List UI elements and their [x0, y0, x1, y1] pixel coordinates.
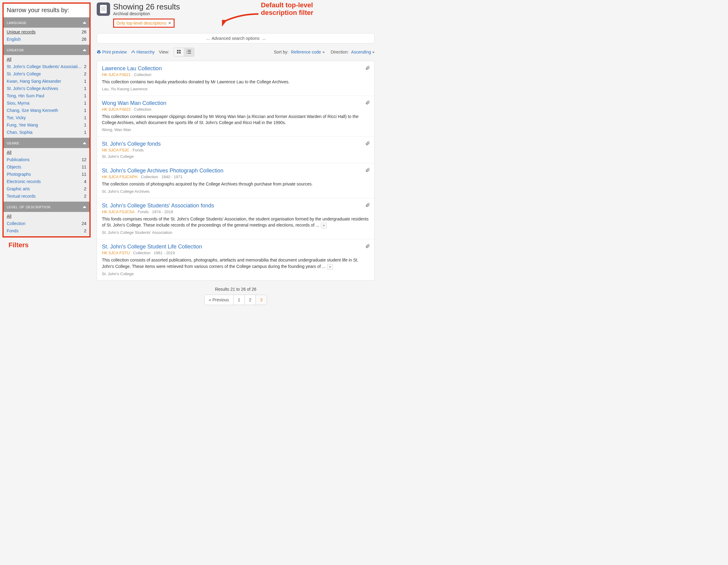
- facet-item-link[interactable]: Collection: [7, 221, 25, 226]
- result-description: The collection consists of photographs a…: [102, 181, 369, 187]
- result-item: St. John's College Student Life Collecti…: [97, 239, 374, 280]
- facet-item-link[interactable]: All: [7, 214, 12, 219]
- direction-dropdown[interactable]: Ascending: [351, 50, 375, 54]
- facet-item-link[interactable]: Textual records: [7, 194, 36, 199]
- facet-item-link[interactable]: Chan, Sophia: [7, 130, 33, 135]
- result-creator: Wong, Wan Man: [102, 127, 369, 132]
- list-icon: [187, 50, 191, 54]
- facet-item-link[interactable]: Tse, Vicky: [7, 115, 26, 120]
- chevron-down-icon: [372, 52, 375, 53]
- clipboard-icon[interactable]: [365, 65, 370, 71]
- facet-item: Chan, Sophia1: [4, 129, 89, 136]
- result-meta: HK SJCA FSJC · Fonds: [102, 148, 369, 152]
- svg-rect-0: [133, 50, 133, 51]
- grid-icon: [177, 50, 181, 54]
- facet-header-genre[interactable]: genre: [4, 138, 89, 148]
- facet-header-language[interactable]: language: [4, 17, 89, 28]
- view-label: View:: [159, 50, 169, 54]
- result-creator: St. John's College Students' Association: [102, 230, 369, 235]
- facet-item-link[interactable]: Graphic arts: [7, 186, 30, 191]
- view-grid-button[interactable]: [174, 48, 184, 56]
- facet-item-count: 2: [84, 186, 86, 191]
- facet-item-link[interactable]: Fonds: [7, 228, 19, 233]
- pager: « Previous123: [204, 295, 267, 305]
- facet-header-label: language: [7, 20, 26, 25]
- facet-item-link[interactable]: St. John's College Students' Associati..…: [7, 64, 81, 69]
- facet-item-count: 1: [84, 93, 86, 98]
- facet-item: Graphic arts2: [4, 185, 89, 192]
- result-title-link[interactable]: St. John's College Archives Photograph C…: [102, 168, 369, 174]
- chevron-up-icon: [83, 49, 86, 51]
- facet-header-level[interactable]: level of description: [4, 202, 89, 212]
- filters-sidebar: Narrow your results by: languageUnique r…: [2, 2, 91, 237]
- facet-item-link[interactable]: Objects: [7, 165, 21, 169]
- facet-item-count: 26: [81, 37, 86, 42]
- pager-summary: Results 21 to 26 of 26: [97, 287, 375, 292]
- facet-item-link[interactable]: Fung, Yee Wang: [7, 123, 38, 127]
- pager-page-button[interactable]: 2: [245, 295, 256, 305]
- pager-page-button[interactable]: 3: [256, 295, 267, 305]
- facet-item-link[interactable]: Chang, Sze Wang Kenneth: [7, 108, 58, 113]
- hierarchy-icon: [131, 50, 135, 54]
- facet-item-link[interactable]: English: [7, 37, 21, 42]
- result-meta: HK SJCA FSTU · Collection · 1961 - 2019: [102, 251, 369, 255]
- annotation-callout: Default top-level description filter: [261, 1, 313, 17]
- pager-page-button[interactable]: 1: [234, 295, 245, 305]
- facet-item: Electronic records4: [4, 178, 89, 185]
- facet-header-creator[interactable]: creator: [4, 45, 89, 55]
- facet-item: St. John's College Students' Associati..…: [4, 63, 89, 70]
- advanced-search-toggle[interactable]: ⌄⌄ Advanced search options ⌄⌄: [97, 33, 375, 43]
- facet-item: Siou, Myrna1: [4, 99, 89, 107]
- facet-item-link[interactable]: Siou, Myrna: [7, 101, 29, 106]
- clipboard-icon[interactable]: [365, 244, 370, 249]
- facet-item-count: 1: [84, 115, 86, 120]
- facet-item-link[interactable]: St. John's College: [7, 71, 41, 76]
- hierarchy-link[interactable]: Hierarchy: [131, 50, 155, 54]
- facet-item-count: 1: [84, 130, 86, 135]
- result-title-link[interactable]: Wong Wan Man Collection: [102, 100, 369, 106]
- facet-item-link[interactable]: Unique records: [7, 29, 36, 34]
- sidebar-title: Narrow your results by:: [4, 4, 89, 17]
- close-icon[interactable]: ✕: [168, 21, 171, 25]
- clipboard-icon[interactable]: [365, 141, 370, 147]
- svg-rect-8: [188, 50, 191, 50]
- facet-item-count: 2: [84, 194, 86, 199]
- clipboard-icon[interactable]: [365, 100, 370, 106]
- svg-rect-10: [188, 51, 191, 52]
- result-title-link[interactable]: Lawrence Lau Collection: [102, 65, 369, 72]
- result-level: Collection: [134, 107, 151, 112]
- facet-item: Kwan, Hang Sang Alexander1: [4, 78, 89, 85]
- facet-item-link[interactable]: Electronic records: [7, 179, 41, 184]
- result-dates: 1974 - 2018: [152, 210, 173, 214]
- facet-item: All: [4, 149, 89, 156]
- result-description: This collection contains newspaper clipp…: [102, 113, 369, 126]
- facet-item-link[interactable]: All: [7, 150, 12, 155]
- sort-by-dropdown[interactable]: Reference code: [291, 50, 325, 54]
- facet-item-link[interactable]: Photographs: [7, 172, 31, 177]
- facet-item-link[interactable]: Tong, Hin Sum Paul: [7, 93, 44, 98]
- svg-rect-7: [187, 50, 187, 50]
- print-preview-link[interactable]: Print preview: [97, 50, 127, 54]
- result-ref-code: HK SJCA FSJCAPH: [102, 175, 137, 179]
- active-filter-chip[interactable]: Only top-level descriptions ✕: [113, 19, 175, 28]
- chevron-up-icon: [83, 142, 86, 144]
- facet-header-label: creator: [7, 47, 24, 53]
- read-more-button[interactable]: »: [321, 223, 327, 228]
- read-more-button[interactable]: »: [327, 264, 333, 270]
- result-title-link[interactable]: St. John's College Students' Association…: [102, 203, 369, 209]
- facet-item-link[interactable]: Kwan, Hang Sang Alexander: [7, 79, 61, 84]
- print-icon: [97, 50, 101, 54]
- view-list-button[interactable]: [184, 48, 194, 56]
- pager-prev-button[interactable]: « Previous: [205, 295, 234, 305]
- result-item: St. John's College fondsHK SJCA FSJC · F…: [97, 137, 374, 163]
- facet-item-link[interactable]: St. John's College Archives: [7, 86, 58, 91]
- result-ref-code: HK SJCA FSJCSA: [102, 210, 134, 214]
- clipboard-icon[interactable]: [365, 168, 370, 173]
- facet-item-link[interactable]: Publications: [7, 157, 30, 162]
- svg-rect-12: [188, 53, 191, 54]
- facet-item-link[interactable]: All: [7, 57, 12, 62]
- result-title-link[interactable]: St. John's College Student Life Collecti…: [102, 244, 369, 250]
- facet-item: Tong, Hin Sum Paul1: [4, 92, 89, 99]
- clipboard-icon[interactable]: [365, 203, 370, 208]
- result-title-link[interactable]: St. John's College fonds: [102, 141, 369, 147]
